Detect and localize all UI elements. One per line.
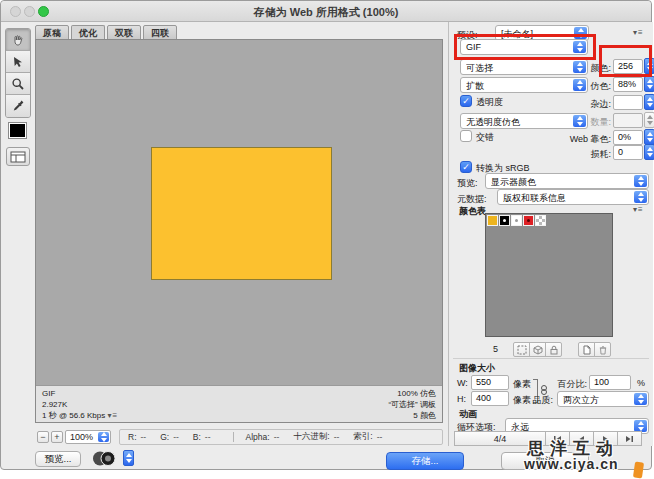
- tab-optimized[interactable]: 优化: [71, 25, 105, 40]
- lock-color-button[interactable]: [545, 342, 562, 357]
- eyedropper-color-swatch[interactable]: [9, 123, 26, 138]
- web-snap-field[interactable]: 0%: [613, 130, 643, 145]
- swatch-black[interactable]: [499, 215, 510, 226]
- dither-summary-text: 100% 仿色: [388, 388, 436, 399]
- trash-icon: [598, 345, 608, 355]
- hand-tool-button[interactable]: [6, 29, 30, 51]
- browser-preview-icon[interactable]: [91, 450, 119, 467]
- web-snap-stepper[interactable]: [644, 129, 654, 145]
- panel-menu-icon[interactable]: ▾≡: [633, 28, 644, 37]
- title-bar: 存储为 Web 所用格式 (100%): [1, 1, 651, 22]
- file-format-text: GIF: [42, 388, 118, 399]
- artwork-rectangle: [151, 147, 332, 280]
- width-field[interactable]: 550: [471, 375, 509, 390]
- zoom-out-button[interactable]: −: [37, 431, 49, 443]
- color-readout-bar: R:-- G:-- B:-- Alpha:-- 十六进制:-- 索引:--: [119, 429, 443, 445]
- file-info: GIF 2.927K 1 秒 @ 56.6 Kbps ▾≡: [42, 388, 118, 420]
- last-frame-icon: [625, 435, 634, 443]
- width-unit: 像素: [513, 378, 531, 391]
- animation-header: 动画: [459, 408, 477, 421]
- lossy-stepper[interactable]: [644, 144, 654, 160]
- interlaced-checkbox[interactable]: ✓: [460, 130, 472, 142]
- preview-mode-label: 预览:: [457, 177, 478, 190]
- interlaced-label: 交错: [476, 131, 494, 144]
- preview-mode-select[interactable]: 显示器颜色: [485, 173, 649, 189]
- slice-select-tool-button[interactable]: [6, 51, 30, 73]
- toggle-slices-button[interactable]: [6, 147, 30, 166]
- color-table-menu-icon[interactable]: ▾≡: [633, 205, 644, 214]
- percent-unit: %: [637, 378, 645, 388]
- marquee-icon: [517, 345, 527, 355]
- hand-icon: [11, 33, 25, 47]
- color-table-edit-tools: [578, 342, 611, 357]
- color-table-panel: [485, 213, 613, 337]
- transparency-checkbox[interactable]: ✓: [460, 95, 472, 107]
- web-shift-color-button[interactable]: [529, 342, 546, 357]
- metadata-select[interactable]: 版权和联系信息: [497, 189, 649, 205]
- web-snap-label: Web 靠色:: [559, 133, 611, 146]
- lock-icon: [549, 345, 559, 355]
- magnifier-icon: [11, 77, 25, 91]
- dither-stepper[interactable]: [644, 76, 654, 92]
- palette-select[interactable]: 可选择: [460, 59, 588, 75]
- zoom-level-select[interactable]: 100%: [65, 430, 111, 444]
- zoom-tool-button[interactable]: [6, 73, 30, 95]
- transparency-dither-select[interactable]: 无透明度仿色: [460, 113, 588, 129]
- preset-stepper-icon: [574, 27, 587, 39]
- percent-label: 百分比:: [553, 378, 587, 391]
- g-value: --: [173, 432, 179, 442]
- delete-color-button[interactable]: [594, 342, 611, 357]
- swatch-transparent[interactable]: [535, 215, 546, 226]
- check-icon: ✓: [462, 96, 470, 106]
- b-label: B:: [193, 432, 201, 442]
- last-frame-button[interactable]: [617, 431, 642, 446]
- format-select[interactable]: GIF: [460, 39, 588, 55]
- swatch-red[interactable]: [523, 215, 534, 226]
- save-button[interactable]: 存储...: [386, 452, 464, 470]
- colors-field[interactable]: 256: [613, 59, 643, 74]
- matte-stepper[interactable]: [644, 94, 654, 110]
- percent-field[interactable]: 100: [589, 375, 631, 390]
- tab-4up[interactable]: 四联: [143, 25, 177, 40]
- download-speed-menu-icon[interactable]: ▾≡: [108, 411, 119, 420]
- section-divider: [453, 358, 649, 359]
- lossy-label: 损耗:: [579, 148, 611, 161]
- r-value: --: [141, 432, 147, 442]
- palette-value: 可选择: [466, 62, 571, 75]
- zoom-in-button[interactable]: +: [51, 431, 63, 443]
- colors-stepper[interactable]: [644, 58, 654, 74]
- dither-field[interactable]: 88%: [613, 77, 643, 92]
- optimize-settings-panel: 预设: [未命名] ▾≡ GIF 可选择 颜色: 256 扩散 仿色: 88% …: [448, 22, 653, 446]
- tab-original[interactable]: 原稿: [35, 25, 69, 40]
- convert-srgb-checkbox[interactable]: ✓: [460, 161, 472, 173]
- optimized-preview-canvas[interactable]: GIF 2.927K 1 秒 @ 56.6 Kbps ▾≡ 100% 仿色 “可…: [35, 39, 443, 423]
- palette-summary-text: “可选择” 调板: [388, 399, 436, 410]
- colors-label: 颜色:: [579, 62, 611, 75]
- preview-in-browser-button[interactable]: 预览...: [35, 451, 81, 467]
- index-value: --: [377, 432, 383, 442]
- amount-stepper: [644, 112, 654, 128]
- dither-label: 仿色:: [579, 80, 611, 93]
- matte-field[interactable]: [613, 95, 643, 110]
- eyedropper-tool-button[interactable]: [6, 95, 30, 117]
- preview-mode-stepper-icon: [634, 175, 647, 187]
- r-label: R:: [128, 432, 137, 442]
- swatch-yellow[interactable]: [487, 215, 498, 226]
- lossy-field[interactable]: 0: [613, 145, 643, 160]
- format-value: GIF: [466, 42, 571, 52]
- select-colors-button[interactable]: [513, 342, 530, 357]
- tab-2up[interactable]: 双联: [107, 25, 141, 40]
- quality-value: 两次立方: [563, 394, 632, 407]
- watermark-url: www.ciya.cn: [524, 456, 619, 472]
- zoom-level-value: 100%: [70, 432, 93, 442]
- quality-label: 品质:: [527, 394, 553, 407]
- browser-select-stepper[interactable]: [123, 450, 134, 466]
- tool-palette: [5, 28, 31, 118]
- swatch-white[interactable]: [511, 215, 522, 226]
- quality-select[interactable]: 两次立方: [557, 391, 649, 407]
- height-field[interactable]: 400: [471, 391, 509, 406]
- color-count: 5: [493, 344, 498, 354]
- file-size-text: 2.927K: [42, 399, 118, 410]
- dither-method-select[interactable]: 扩散: [460, 77, 588, 93]
- new-color-button[interactable]: [578, 342, 595, 357]
